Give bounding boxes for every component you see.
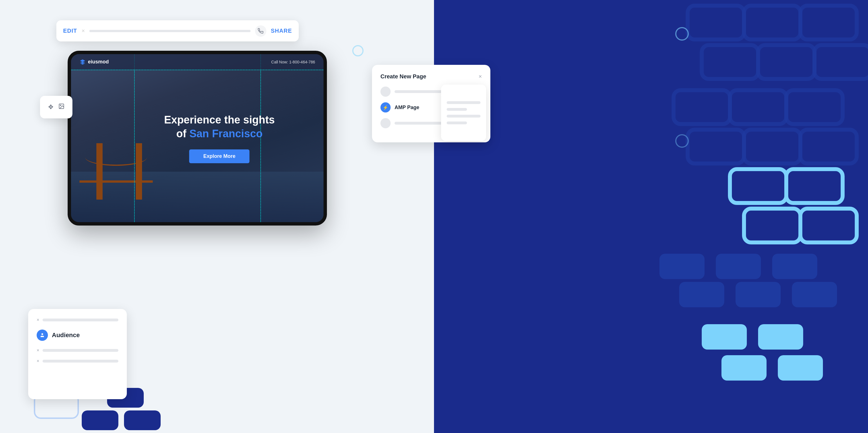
hero-highlight: San Francisco — [189, 128, 262, 140]
explore-button[interactable]: Explore More — [189, 149, 250, 163]
tools-card: ✥ — [40, 96, 72, 118]
svg-rect-9 — [688, 130, 744, 163]
create-page-title: Create New Page — [380, 73, 426, 80]
hero-line1: Experience the sights — [164, 114, 275, 126]
tablet-mockup: eiusmod Call Now: 1-800-464-786 Experien… — [68, 51, 327, 225]
close-icon-1[interactable]: × — [37, 317, 39, 322]
svg-rect-3 — [702, 45, 758, 79]
amp-label: AMP Page — [395, 104, 420, 111]
deco-circle-top — [352, 45, 364, 56]
svg-rect-4 — [744, 6, 800, 39]
close-icon-2[interactable]: × — [37, 348, 39, 353]
svg-rect-18 — [659, 254, 705, 279]
float-bar-3 — [447, 115, 480, 118]
svg-rect-26 — [758, 324, 803, 349]
svg-rect-24 — [702, 324, 747, 349]
svg-rect-7 — [814, 45, 868, 79]
share-button[interactable]: SHARE — [271, 28, 292, 34]
hero-title: Experience the sights of San Francisco — [164, 113, 275, 141]
svg-rect-12 — [786, 90, 843, 124]
edit-button[interactable]: EDIT — [63, 28, 77, 34]
svg-rect-21 — [736, 282, 781, 307]
tablet-screen: eiusmod Call Now: 1-800-464-786 Experien… — [71, 54, 323, 222]
svg-rect-8 — [674, 90, 730, 124]
svg-rect-14 — [730, 169, 786, 203]
zigzag-pattern-svg — [434, 0, 868, 433]
svg-rect-20 — [716, 254, 761, 279]
toolbar-action-icon[interactable] — [255, 25, 266, 37]
svg-rect-5 — [758, 45, 814, 79]
create-page-header: Create New Page × — [380, 73, 482, 80]
toolbar-divider: × — [82, 28, 85, 34]
svg-rect-6 — [800, 6, 857, 39]
image-icon[interactable] — [58, 103, 65, 111]
bridge-illustration — [85, 129, 169, 199]
amp-icon: ⚡ — [380, 102, 391, 113]
right-float-card — [441, 85, 486, 141]
bridge-deck — [80, 180, 153, 183]
svg-rect-27 — [778, 355, 823, 380]
grid-line-v1 — [134, 54, 135, 222]
toolbar-progress-bar — [89, 30, 251, 32]
svg-rect-23 — [792, 282, 837, 307]
audience-bar-3 — [42, 360, 118, 363]
svg-rect-17 — [800, 209, 857, 242]
svg-rect-10 — [730, 90, 786, 124]
tablet-phone: Call Now: 1-800-464-786 — [271, 60, 315, 64]
bridge-cable — [85, 149, 147, 166]
audience-bar-1 — [42, 318, 118, 321]
audience-label: Audience — [52, 332, 80, 339]
svg-rect-13 — [800, 130, 857, 163]
tablet-logo: eiusmod — [80, 59, 109, 65]
left-panel: EDIT × SHARE — [0, 0, 434, 433]
grid-line-h1 — [71, 70, 323, 70]
close-icon-3[interactable]: × — [37, 359, 39, 364]
audience-label-row: Audience — [37, 330, 118, 341]
deco-blue-shape-1 — [82, 410, 118, 430]
float-bar-1 — [447, 101, 480, 104]
create-page-close-button[interactable]: × — [478, 73, 482, 80]
float-bar-4 — [447, 122, 467, 124]
svg-rect-25 — [721, 355, 767, 380]
option-avatar-2 — [380, 118, 391, 128]
right-panel — [434, 0, 868, 433]
audience-bar-2 — [42, 349, 118, 352]
audience-row-1: × — [37, 317, 118, 322]
deco-blue-shape-3 — [124, 410, 161, 430]
svg-rect-11 — [744, 130, 800, 163]
toolbar-card: EDIT × SHARE — [56, 20, 299, 41]
tablet-header: eiusmod Call Now: 1-800-464-786 — [71, 54, 323, 70]
hero-section: Experience the sights of San Francisco E… — [164, 113, 275, 163]
audience-card: × Audience × × — [28, 309, 127, 399]
svg-rect-22 — [772, 254, 817, 279]
svg-rect-16 — [786, 169, 843, 203]
svg-point-1 — [60, 105, 61, 106]
svg-rect-2 — [688, 6, 744, 39]
audience-row-2: × — [37, 348, 118, 353]
audience-icon — [37, 330, 48, 341]
move-icon[interactable]: ✥ — [48, 103, 53, 111]
svg-rect-15 — [744, 209, 800, 242]
float-bar-2 — [447, 108, 467, 111]
svg-rect-19 — [679, 282, 724, 307]
option-avatar-1 — [380, 87, 391, 97]
brand-name: eiusmod — [88, 59, 109, 65]
audience-row-3: × — [37, 359, 118, 364]
hero-line2-prefix: of — [176, 128, 189, 140]
